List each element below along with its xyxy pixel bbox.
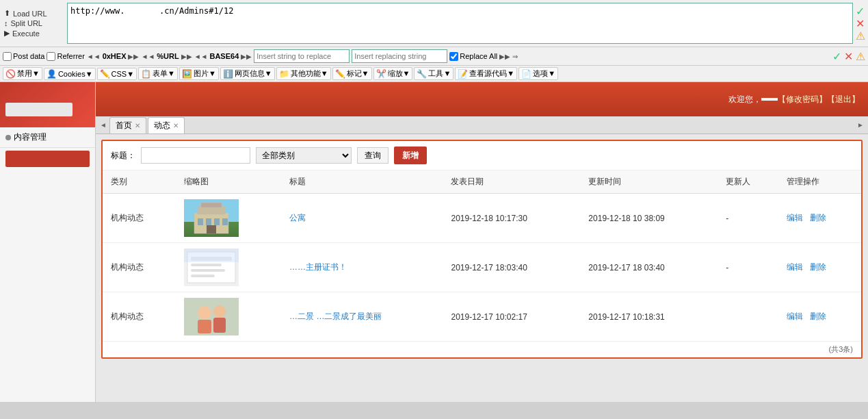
title-link-0[interactable]: 公寓 [289, 213, 306, 223]
cell-title-1: ……主册证书！ [281, 243, 443, 292]
cookies-icon: 👤 [47, 69, 57, 79]
referrer-checkbox[interactable] [47, 52, 55, 61]
sidebar-item-content[interactable]: 内容管理 [0, 127, 95, 148]
feature-info[interactable]: ℹ️ 网页信息▼ [220, 67, 275, 80]
table-footer: (共3条) [103, 342, 861, 357]
source-icon: 📝 [458, 69, 468, 79]
new-button[interactable]: 新增 [394, 147, 427, 164]
delete-link-2[interactable]: 删除 [810, 312, 826, 321]
load-url-button[interactable]: ⬆ Load URL [3, 8, 64, 18]
tab-home[interactable]: 首页 ✕ [109, 117, 146, 134]
arrow-left-b64[interactable]: ◄◄ [194, 53, 208, 60]
edit-link-0[interactable]: 编辑 [787, 213, 803, 223]
tab-dynamic-close[interactable]: ✕ [173, 122, 179, 129]
sidebar-section-label: 内容管理 [14, 131, 47, 143]
svg-point-19 [213, 305, 226, 318]
tab-dynamic[interactable]: 动态 ✕ [148, 117, 185, 134]
thumbnail-0 [184, 199, 239, 237]
thumbnail-1 [184, 249, 239, 286]
col-update: 更新时间 [580, 170, 718, 194]
cell-updater-1: - [718, 243, 778, 292]
svg-rect-5 [206, 218, 211, 225]
replace-all-label[interactable]: Replace All [449, 52, 497, 61]
search-title-input[interactable] [141, 147, 250, 164]
cell-actions-1: 编辑 删除 [778, 243, 861, 292]
username-box [761, 98, 778, 101]
query-button[interactable]: 查询 [357, 147, 389, 164]
welcome-text: 欢迎您， [728, 94, 761, 105]
feature-image[interactable]: 🖼️ 图片▼ [179, 67, 219, 80]
info-icon: ℹ️ [223, 69, 233, 79]
execute-button[interactable]: ▶ Execute [3, 28, 64, 38]
svg-rect-12 [191, 264, 222, 266]
replace-string-input[interactable] [254, 49, 350, 63]
status-ok-icon: ✓ [856, 6, 865, 16]
split-icon: ↕ [4, 19, 8, 27]
modify-pwd-link[interactable]: 【修改密码】 [778, 94, 827, 105]
svg-rect-18 [198, 320, 211, 333]
footer-count: (共3条) [829, 345, 853, 353]
category-select[interactable]: 全部类别 [256, 147, 352, 164]
feature-bar: 🚫 禁用▼ 👤 Cookies▼ ✏️ CSS▼ 📋 表单▼ 🖼️ 图片▼ ℹ️… [0, 66, 868, 82]
tab-arrow-right[interactable]: ► [856, 120, 865, 130]
delete-link-0[interactable]: 删除 [810, 213, 826, 223]
feature-css[interactable]: ✏️ CSS▼ [97, 68, 137, 80]
page-content: 标题： 全部类别 查询 新增 类别 缩略图 标题 发表 [96, 134, 868, 402]
arrow-right-hex[interactable]: ▶▶ [128, 53, 139, 60]
status-error-icon: ✕ [856, 18, 865, 28]
svg-rect-15 [184, 249, 239, 262]
table-body: 机构动态 公寓 201 [103, 194, 861, 342]
feature-mark[interactable]: ✏️ 标记▼ [332, 67, 372, 80]
tab-bar: ◄ 首页 ✕ 动态 ✕ ► [96, 116, 868, 134]
edit-link-1[interactable]: 编辑 [787, 262, 803, 272]
replace-all-checkbox[interactable] [449, 52, 458, 61]
col-publish: 发表日期 [443, 170, 580, 194]
feature-disable[interactable]: 🚫 禁用▼ [3, 67, 42, 80]
sidebar: 内容管理 [0, 82, 96, 402]
right-status-icons: ✓ ✕ ⚠ [832, 50, 865, 63]
other-icon: 📁 [279, 69, 289, 79]
edit-link-2[interactable]: 编辑 [787, 312, 803, 321]
form-label: 表单▼ [153, 68, 175, 79]
feature-cookies[interactable]: 👤 Cookies▼ [44, 68, 96, 80]
feature-zoom[interactable]: ✂️ 缩放▼ [373, 67, 413, 80]
arrow-right-replace[interactable]: ▶▶ [499, 53, 510, 60]
cell-publish-1: 2019-12-17 18:03:40 [443, 243, 580, 292]
feature-other[interactable]: 📁 其他功能▼ [276, 67, 331, 80]
form-icon: 📋 [141, 69, 151, 79]
arrow-left-url[interactable]: ◄◄ [141, 53, 155, 60]
feature-source[interactable]: 📝 查看源代码▼ [455, 67, 517, 80]
title-link-2[interactable]: …二景 …二景成了最美丽 [289, 312, 382, 321]
image-label: 图片▼ [194, 68, 216, 79]
referrer-checkbox-label[interactable]: Referrer [47, 52, 84, 61]
arrow-double-right[interactable]: ⇒ [512, 53, 518, 60]
search-title-label: 标题： [111, 150, 135, 162]
svg-rect-3 [201, 203, 222, 207]
split-url-label: Split URL [11, 19, 42, 27]
top-bar: ⬆ Load URL ↕ Split URL ▶ Execute http://… [0, 0, 868, 47]
svg-rect-20 [213, 318, 226, 333]
tab-arrow-left[interactable]: ◄ [98, 120, 108, 130]
url-label: %URL [157, 52, 179, 60]
title-link-1[interactable]: ……主册证书！ [289, 262, 347, 272]
post-data-checkbox[interactable] [3, 52, 12, 61]
search-bar: 标题： 全部类别 查询 新增 [103, 141, 861, 170]
arrow-left-hex[interactable]: ◄◄ [87, 53, 101, 60]
disable-icon: 🚫 [5, 69, 16, 79]
image-icon: 🖼️ [182, 69, 192, 79]
delete-link-1[interactable]: 删除 [810, 262, 826, 272]
mark-icon: ✏️ [335, 69, 345, 79]
url-input[interactable]: http://www. .cn/Admins#1/12 [67, 3, 853, 44]
feature-options[interactable]: 📄 选项▼ [518, 67, 558, 80]
feature-tools[interactable]: 🔧 工具▼ [414, 67, 453, 80]
execute-icon: ▶ [4, 29, 10, 38]
arrow-right-url[interactable]: ▶▶ [181, 53, 192, 60]
arrow-right-b64[interactable]: ▶▶ [241, 53, 252, 60]
logout-link[interactable]: 【退出】 [827, 94, 860, 105]
tab-home-close[interactable]: ✕ [135, 122, 140, 129]
svg-rect-14 [191, 275, 215, 277]
post-data-checkbox-label[interactable]: Post data [3, 52, 44, 61]
split-url-button[interactable]: ↕ Split URL [3, 18, 64, 28]
feature-form[interactable]: 📋 表单▼ [138, 67, 178, 80]
replacing-string-input[interactable] [352, 49, 447, 63]
